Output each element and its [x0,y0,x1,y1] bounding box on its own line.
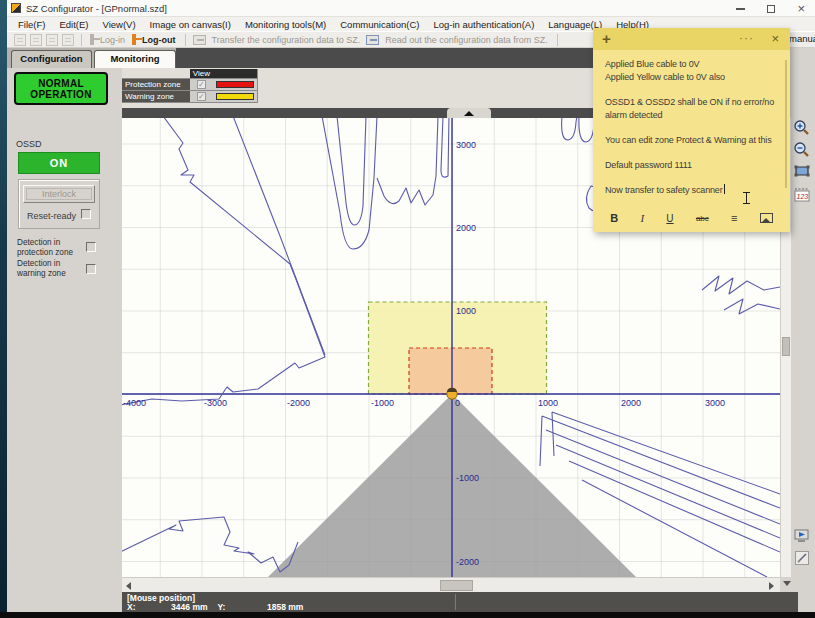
italic-icon[interactable]: I [640,212,644,224]
menu-image-on-canvas[interactable]: Image on canvas(I) [143,19,238,30]
menu-login-authentication[interactable]: Log-in authentication(A) [426,19,541,30]
text-caret [724,184,725,194]
maximize-icon[interactable] [767,5,775,13]
menu-edit[interactable]: Edit(E) [52,19,95,30]
measure-count-icon[interactable]: 123 [793,186,811,204]
horizontal-scrollbar-thumb[interactable] [440,580,473,591]
transfer-button[interactable]: Transfer the configuration data to SZ. [208,35,365,45]
menu-file[interactable]: File(F) [11,19,52,30]
scanner-origin-icon [447,388,457,399]
new-note-icon[interactable]: + [602,30,611,47]
interlock-group: Interlock Reset-ready [18,179,100,229]
note-menu-icon[interactable]: ··· [739,31,754,45]
svg-text:-2000: -2000 [456,557,479,567]
legend-protection-label: Protection zone [122,79,190,90]
bottom-edge-bar [0,612,815,618]
note-text-line: alarm detected [605,109,780,122]
strikethrough-icon[interactable]: abc [696,214,709,223]
status-bar-separator [455,594,456,610]
note-close-icon[interactable]: × [771,31,779,46]
collapse-handle[interactable] [447,108,491,118]
svg-text:3000: 3000 [705,398,725,408]
menu-monitoring-tools[interactable]: Monitoring tools(M) [238,19,333,30]
tab-monitoring[interactable]: Monitoring [94,50,176,68]
sticky-note[interactable]: + ··· × Applied Blue cable to 0V Applied… [593,28,790,232]
svg-text:-1000: -1000 [371,398,394,408]
sticky-note-body[interactable]: Applied Blue cable to 0V Applied Yellow … [605,58,780,204]
tab-configuration[interactable]: Configuration [11,50,92,68]
interlock-button[interactable]: Interlock [23,185,95,203]
mouse-y-value: 1858 mm [225,602,303,612]
mouse-y-label: Y: [218,602,226,612]
manual-text-fragment: manual [789,33,815,44]
login-icon [90,34,94,45]
ossd-on-indicator: ON [18,152,100,174]
warning-color-swatch [216,93,254,100]
readout-button[interactable]: Read out the configuration data from SZ. [381,35,552,45]
status-bar: [Mouse position] X: 3446 mm Y: 1858 mm [122,592,798,612]
mouse-x-label: X: [127,602,136,612]
bold-icon[interactable]: B [610,212,618,224]
transfer-icon [193,35,206,45]
note-text-line: You can edit zone Protect & Warning at t… [605,134,780,147]
zoom-out-icon[interactable] [793,141,811,159]
horizontal-scrollbar[interactable] [122,577,780,592]
svg-text:-4000: -4000 [123,398,146,408]
detection-warning-label: Detection in warning zone [17,259,81,278]
logout-button[interactable]: Log-out [138,35,179,45]
save-icon[interactable] [46,34,58,46]
zone-legend-table: View Protection zone ✓ Warning zone ✓ [122,69,258,103]
svg-text:2000: 2000 [621,398,641,408]
scroll-left-arrow-icon[interactable] [126,582,131,590]
svg-text:0: 0 [455,398,460,408]
ossd-group-label: OSSD [16,139,42,149]
operation-status-indicator: NORMAL OPERATION [14,72,108,105]
check-icon: ✓ [198,80,205,89]
note-format-toolbar: B I U abc ≡ [599,208,784,228]
window-title: SZ Configurator - [GPnormal.szd] [26,3,167,14]
note-text-line: OSSD1 & OSSD2 shall be ON if no error/no [605,96,780,109]
screen: SZ Configurator - [GPnormal.szd] × File(… [0,0,815,618]
login-button[interactable]: Log-in [96,35,129,45]
left-panel: NORMAL OPERATION OSSD ON Interlock Reset… [7,68,122,612]
mouse-x-value: 3446 mm [136,602,208,612]
insert-image-icon[interactable] [760,213,773,223]
reset-ready-checkbox[interactable] [81,209,91,219]
fit-view-icon[interactable] [793,162,811,180]
monitor-play-icon[interactable] [793,527,811,545]
bullet-list-icon[interactable]: ≡ [731,212,737,224]
print-icon[interactable] [62,34,74,46]
underline-icon[interactable]: U [666,213,673,224]
note-text-line: Now transfer to safety scanner [605,184,780,197]
svg-text:-3000: -3000 [204,398,227,408]
open-file-icon[interactable] [30,34,42,46]
scroll-down-arrow-icon[interactable] [783,581,791,586]
menu-view[interactable]: View(V) [96,19,143,30]
table-row: Protection zone ✓ [122,79,257,91]
svg-text:3000: 3000 [456,140,476,150]
new-file-icon[interactable] [14,34,26,46]
detection-warning-checkbox[interactable] [86,264,96,274]
detection-protection-checkbox[interactable] [86,242,96,252]
warning-view-checkbox[interactable]: ✓ [197,92,206,101]
tab-strip-right [790,48,815,68]
close-icon[interactable]: × [797,4,805,14]
detection-protection-label: Detection in protection zone [17,238,81,257]
collapse-arrow-icon [464,111,474,116]
zoom-in-icon[interactable] [793,119,811,137]
minimize-icon[interactable] [736,8,745,10]
sticky-note-header: + ··· × [593,28,790,50]
table-row: Warning zone ✓ [122,91,257,103]
protection-view-checkbox[interactable]: ✓ [197,80,206,89]
legend-view-header: View [190,69,214,78]
menu-communication[interactable]: Communication(C) [333,19,426,30]
svg-text:1000: 1000 [456,306,476,316]
check-icon: ✓ [198,92,205,101]
edit-zone-icon[interactable] [793,549,811,567]
title-bar: SZ Configurator - [GPnormal.szd] × [7,0,815,17]
vertical-scrollbar-thumb[interactable] [782,337,790,356]
desktop-edge [0,0,7,618]
note-scrollbar[interactable] [785,60,787,188]
app-icon [11,3,21,13]
scroll-right-arrow-icon[interactable] [769,582,774,590]
